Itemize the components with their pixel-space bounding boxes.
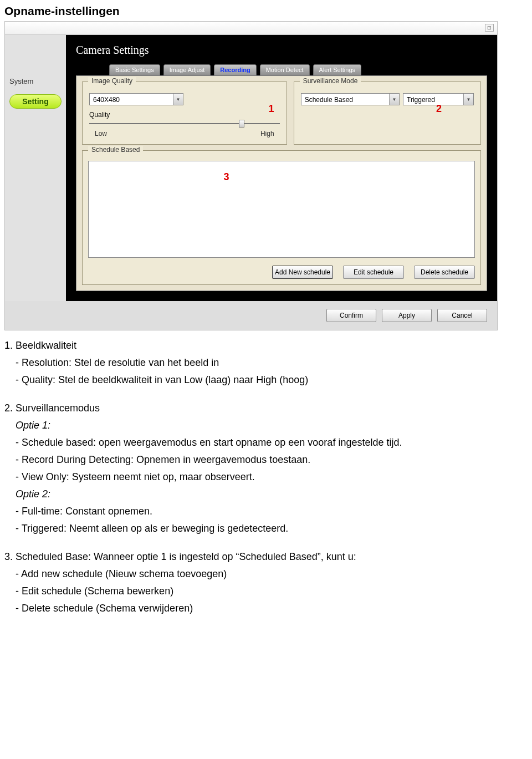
cancel-button[interactable]: Cancel [437, 309, 487, 322]
apply-button[interactable]: Apply [382, 309, 432, 322]
group-schedule-based: Schedule Based 3 Add New schedule Edit s… [82, 150, 481, 285]
sidebar-item-setting[interactable]: Setting [9, 94, 62, 109]
option-1-line-a: - Schedule based: open weergavemodus en … [4, 435, 528, 450]
slider-thumb[interactable] [239, 120, 244, 128]
option-1-line-b: - Record During Detecting: Opnemen in we… [4, 452, 528, 467]
slider-low-label: Low [95, 130, 107, 137]
quality-slider[interactable] [89, 120, 280, 128]
section-1-line-a: - Resolution: Stel de resolutie van het … [4, 355, 528, 370]
footer-buttons: Confirm Apply Cancel [5, 301, 497, 330]
surveillance-mode-select[interactable]: Schedule Based ▼ [301, 93, 400, 105]
tab-recording[interactable]: Recording [214, 64, 256, 75]
resolution-select[interactable]: 640X480 ▼ [89, 93, 183, 105]
section-2-heading: 2. Surveillancemodus [4, 401, 528, 416]
main-title: Camera Settings [76, 44, 487, 57]
titlebar: ⊡ [5, 22, 497, 35]
option-2-label: Optie 2: [4, 487, 528, 502]
sidebar-item-system[interactable]: System [9, 74, 62, 89]
chevron-down-icon[interactable]: ▼ [173, 94, 183, 105]
page-title: Opname-instellingen [4, 4, 528, 18]
section-3-line-b: - Edit schedule (Schema bewerken) [4, 584, 528, 599]
option-1-line-c: - View Only: Systeem neemt niet op, maar… [4, 470, 528, 485]
chevron-down-icon[interactable]: ▼ [389, 94, 399, 105]
surveillance-mode-value: Schedule Based [301, 94, 389, 105]
trigger-value: Triggered [403, 94, 463, 105]
add-new-schedule-button[interactable]: Add New schedule [272, 266, 333, 279]
group-title-schedule: Schedule Based [88, 146, 143, 154]
option-2-line-b: - Triggered: Neemt alleen op als er bewe… [4, 521, 528, 536]
tab-motion-detect[interactable]: Motion Detect [260, 64, 310, 75]
option-1-label: Optie 1: [4, 418, 528, 433]
tab-image-adjust[interactable]: Image Adjust [163, 64, 211, 75]
slider-labels: Low High [89, 130, 280, 137]
group-image-quality: Image Quality 640X480 ▼ Quality Low [82, 81, 287, 145]
delete-schedule-button[interactable]: Delete schedule [414, 266, 475, 279]
main-panel: Camera Settings Basic Settings Image Adj… [66, 35, 497, 301]
option-2-line-a: - Full-time: Constant opnemen. [4, 504, 528, 519]
quality-label: Quality [89, 111, 280, 119]
slider-high-label: High [260, 130, 274, 137]
confirm-button[interactable]: Confirm [326, 309, 376, 322]
group-title-image-quality: Image Quality [88, 77, 136, 85]
annotation-marker-1: 1 [269, 103, 274, 115]
group-title-surveillance: Surveillance Mode [300, 77, 361, 85]
group-surveillance-mode: Surveillance Mode Schedule Based ▼ Trigg… [294, 81, 481, 145]
edit-schedule-button[interactable]: Edit schedule [343, 266, 404, 279]
tabs: Basic Settings Image Adjust Recording Mo… [109, 64, 487, 75]
window-button-icon[interactable]: ⊡ [485, 24, 494, 32]
annotation-marker-2: 2 [436, 103, 442, 115]
slider-track-line [89, 123, 280, 124]
resolution-value: 640X480 [90, 94, 173, 105]
doc-text: 1. Beeldkwaliteit - Resolution: Stel de … [4, 338, 528, 616]
app-window: ⊡ System Setting Camera Settings Basic S… [4, 21, 498, 330]
section-1-heading: 1. Beeldkwaliteit [4, 338, 528, 353]
section-1-line-b: - Quality: Stel de beeldkwaliteit in van… [4, 373, 528, 388]
recording-panel: Image Quality 640X480 ▼ Quality Low [76, 75, 487, 291]
section-3-line-a: - Add new schedule (Nieuw schema toevoeg… [4, 567, 528, 582]
annotation-marker-3: 3 [224, 171, 229, 183]
chevron-down-icon[interactable]: ▼ [463, 94, 473, 105]
section-3-line-c: - Delete schedule (Schema verwijderen) [4, 601, 528, 616]
schedule-list[interactable]: 3 [88, 161, 475, 258]
section-3-heading: 3. Scheduled Base: Wanneer optie 1 is in… [4, 549, 528, 564]
tab-alert-settings[interactable]: Alert Settings [313, 64, 361, 75]
tab-basic-settings[interactable]: Basic Settings [109, 64, 160, 75]
sidebar: System Setting [5, 35, 66, 301]
